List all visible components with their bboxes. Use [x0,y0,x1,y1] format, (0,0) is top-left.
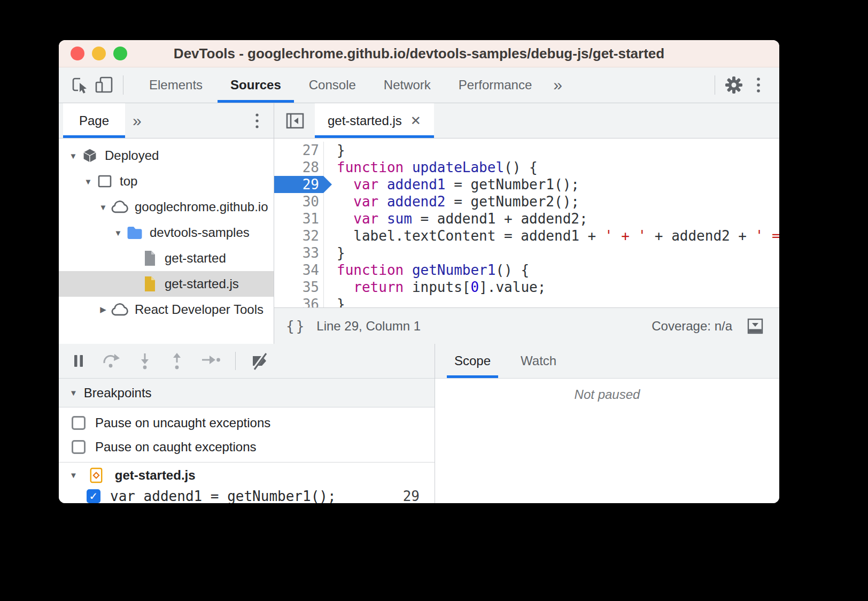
code-text[interactable]: function updateLabel() { [324,159,538,176]
breakpoints-panel: ▼ Breakpoints Pause on uncaught exceptio… [59,344,435,503]
current-line-marker[interactable]: 29 [274,176,324,193]
step-over-icon[interactable] [102,352,122,370]
tab-scope-label: Scope [454,353,491,368]
code-line-34: 34function getNumber1() { [274,261,779,279]
drawer-toggle-icon[interactable] [743,314,768,338]
tab-network[interactable]: Network [370,67,445,103]
window-titlebar: DevTools - googlechrome.github.io/devtoo… [59,40,779,67]
cloud-icon [110,200,129,214]
tree-item-deployed[interactable]: ▼Deployed [59,143,274,168]
window-title: DevTools - googlechrome.github.io/devtoo… [59,45,779,62]
pretty-print-icon[interactable]: {} [286,318,306,334]
breakpoint-entry: ✓var addend1 = getNumber1();29 [59,488,435,503]
file-tree: ▼Deployed▼top▼googlechrome.github.io▼dev… [59,138,274,344]
tree-item-googlechrome-github-io[interactable]: ▼googlechrome.github.io [59,194,274,220]
line-number[interactable]: 34 [274,261,324,279]
breakpoint-checkbox[interactable]: ✓ [87,489,100,503]
line-number[interactable]: 32 [274,227,324,244]
pause-caught-checkbox[interactable] [72,440,86,454]
code-text[interactable]: var addend1 = getNumber1(); [324,176,579,193]
tab-get-started-js[interactable]: get-started.js ✕ [315,103,434,138]
settings-gear-icon[interactable] [722,73,746,97]
pause-caught-label: Pause on caught exceptions [95,440,257,454]
code-line-36: 36} [274,296,779,307]
zoom-window-button[interactable] [113,47,127,60]
code-text[interactable]: label.textContent = addend1 + ' + ' + ad… [324,227,779,244]
line-number[interactable]: 27 [274,142,324,159]
close-tab-icon[interactable]: ✕ [410,113,421,128]
line-number[interactable]: 33 [274,244,324,261]
breakpoints-section-header[interactable]: ▼ Breakpoints [59,379,435,407]
more-panels-icon[interactable]: » [546,76,570,94]
breakpoint-file-group[interactable]: ▼ get-started.js [59,462,435,488]
code-text[interactable]: } [324,296,345,307]
line-number[interactable]: 28 [274,159,324,176]
breakpoint-file-label: get-started.js [115,468,196,483]
panel-tabs: ElementsSourcesConsoleNetworkPerformance [135,67,546,103]
code-text[interactable]: var sum = addend1 + addend2; [324,210,588,227]
breakpoint-code: var addend1 = getNumber1(); [110,488,336,503]
code-editor: 27}28function updateLabel() {29 var adde… [274,138,779,344]
tree-down-triangle-icon[interactable]: ▼ [81,177,95,186]
line-number[interactable]: 30 [274,193,324,210]
breakpoint-entries: ✓var addend1 = getNumber1();29 [59,488,435,503]
code-text[interactable]: var addend2 = getNumber2(); [324,193,579,210]
step-into-icon[interactable] [136,351,154,371]
code-line-27: 27} [274,142,779,159]
collapse-triangle-icon: ▼ [69,388,78,397]
line-number[interactable]: 36 [274,296,324,307]
code-text[interactable]: return inputs[0].value; [324,279,546,296]
tab-performance[interactable]: Performance [445,67,546,103]
coverage-status: Coverage: n/a [652,319,732,334]
tree-item-label: devtools-samples [150,225,250,240]
line-number[interactable]: 35 [274,279,324,296]
cube-icon [80,148,99,164]
code-line-32: 32 label.textContent = addend1 + ' + ' +… [274,227,779,244]
tree-item-get-started[interactable]: get-started [59,245,274,271]
tree-item-get-started-js[interactable]: get-started.js [59,271,274,297]
cloud-icon [110,303,129,317]
pause-uncaught-checkbox[interactable] [72,416,86,430]
frame-icon [95,173,114,189]
breakpoints-label: Breakpoints [84,386,152,400]
tab-scope[interactable]: Scope [447,344,498,378]
code-line-33: 33} [274,244,779,261]
tab-page-label: Page [79,113,109,128]
close-window-button[interactable] [71,47,84,60]
line-number[interactable]: 31 [274,210,324,227]
code-area[interactable]: 27}28function updateLabel() {29 var adde… [274,138,779,307]
folder-icon [125,225,144,241]
tab-watch[interactable]: Watch [513,344,564,378]
tree-item-react-developer-tools[interactable]: ▶React Developer Tools [59,297,274,322]
navigator-toggle-icon[interactable] [283,109,307,133]
step-out-icon[interactable] [168,351,186,371]
tree-item-devtools-samples[interactable]: ▼devtools-samples [59,220,274,245]
tree-down-triangle-icon[interactable]: ▼ [66,151,80,160]
tree-item-top[interactable]: ▼top [59,168,274,194]
tree-down-triangle-icon[interactable]: ▼ [111,228,125,237]
pause-uncaught-label: Pause on uncaught exceptions [95,415,270,430]
tree-right-triangle-icon[interactable]: ▶ [96,305,110,314]
tab-sources[interactable]: Sources [216,67,295,103]
script-file-icon [84,463,108,488]
code-text[interactable]: } [324,244,345,261]
tab-console[interactable]: Console [295,67,370,103]
editor-status-bar: {} Line 29, Column 1 Coverage: n/a [274,307,779,344]
pause-script-icon[interactable] [69,352,88,370]
deactivate-breakpoints-icon[interactable] [250,351,271,371]
tree-item-label: get-started.js [165,276,239,291]
code-text[interactable]: function getNumber1() { [324,261,529,279]
navigator-more-tabs-icon[interactable]: » [125,112,149,130]
step-icon[interactable] [200,352,221,370]
inspect-element-icon[interactable] [67,73,92,97]
tree-down-triangle-icon[interactable]: ▼ [96,203,110,212]
tab-page[interactable]: Page [63,103,125,138]
toolbar-divider [715,75,715,95]
code-line-31: 31 var sum = addend1 + addend2; [274,210,779,227]
navigator-kebab-menu-icon[interactable] [245,109,269,133]
code-text[interactable]: } [324,142,345,159]
tab-elements[interactable]: Elements [135,67,216,103]
device-toolbar-icon[interactable] [92,73,117,97]
minimize-window-button[interactable] [92,47,106,60]
kebab-menu-icon[interactable] [746,73,771,97]
